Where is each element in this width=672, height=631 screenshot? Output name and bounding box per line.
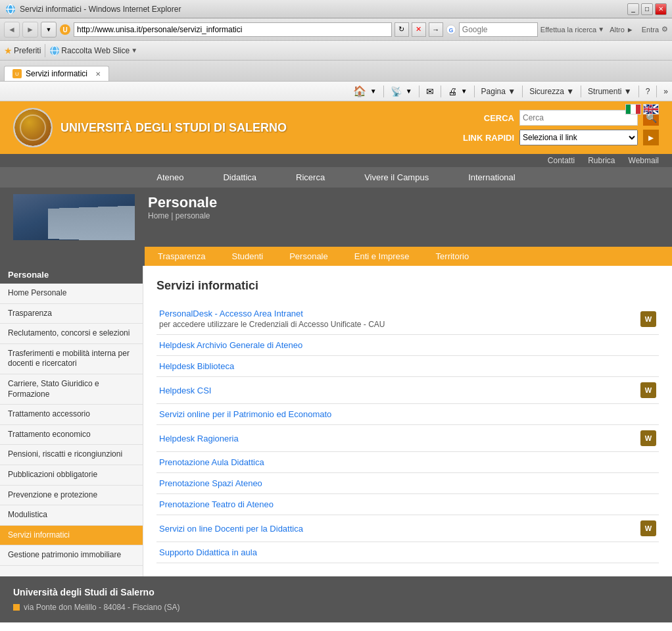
nav-vivere-campus[interactable]: Vivere il Campus [345,167,448,188]
footer-university-name: Università degli Studi di Salerno [13,587,659,597]
nav-ricerca[interactable]: Ricerca [276,167,345,188]
minimize-button[interactable]: _ [627,3,639,15]
service-link-prenotazione-aula[interactable]: Prenotazione Aula Didattica [159,457,264,467]
browser-titlebar: Servizi informatici - Windows Internet E… [0,0,672,18]
sidebar-item-trattamento-accessorio[interactable]: Trattamento accessorio [0,405,143,425]
site-wrapper: UNIVERSITÀ DEGLI STUDI DI SALERNO CERCA … [0,101,672,622]
rubrica-link[interactable]: Rubrica [588,156,615,165]
sidebar-item-gestione-patrimonio[interactable]: Gestione patrimonio immobiliare [0,545,143,566]
service-link-helpdesk-ragioneria[interactable]: Helpdesk Ragioneria [159,434,239,443]
service-link-prenotazione-teatro[interactable]: Prenotazione Teatro di Ateneo [159,499,274,509]
nav-ateneo[interactable]: Ateneo [137,167,203,188]
address-bar[interactable] [74,22,392,37]
favorites-label[interactable]: Preferiti [14,46,41,55]
service-link-helpdesk-csi[interactable]: Helpdesk CSI [159,386,211,395]
help-btn[interactable]: ? [646,87,650,96]
altro-label[interactable]: Altro ► [610,26,634,34]
subnav-personale[interactable]: Personale [276,247,341,266]
tab-close-icon[interactable]: ✕ [95,70,101,78]
section-thumbnail [13,194,135,240]
mail-icon[interactable]: ✉ [426,86,434,97]
flags-row [625,104,659,114]
site-footer: Università degli Studi di Salerno via Po… [0,576,672,622]
dropdown-button[interactable]: ▼ [41,22,57,38]
toolbar-separator [45,44,45,57]
link-rapidi-select[interactable]: Seleziona il link [519,130,638,145]
entra-label[interactable]: Entra [642,26,659,34]
site-search-input[interactable] [519,110,638,126]
italian-flag[interactable] [625,104,641,114]
forward-button[interactable]: ► [22,22,38,38]
service-link-prenotazione-spazi[interactable]: Prenotazione Spazi Ateneo [159,478,262,488]
home-dropdown[interactable]: ▼ [370,88,377,95]
webmail-link[interactable]: Webmail [629,156,659,165]
cmd-sep7 [638,86,639,97]
service-link-supporto-didattica[interactable]: Supporto Didattica in aula [159,547,257,557]
sub-navigation: Trasparenza Studenti Personale Enti e Im… [0,247,672,266]
restore-button[interactable]: □ [641,3,653,15]
service-item-content: Supporto Didattica in aula [159,547,656,557]
raccolta-dropdown[interactable]: ▼ [131,47,137,54]
more-btn[interactable]: » [663,87,668,96]
sidebar-item-pensioni[interactable]: Pensioni, riscatti e ricongiunzioni [0,445,143,465]
print-icon[interactable]: 🖨 [448,86,457,97]
university-logo [13,108,53,147]
sidebar-item-servizi-informatici[interactable]: Servizi informatici [0,526,143,546]
sidebar-item-home-personale[interactable]: Home Personale [0,284,143,304]
service-link-helpdesk-archivio[interactable]: Helpdesk Archivio Generale di Ateneo [159,340,302,350]
google-search-input[interactable] [459,22,538,37]
close-button[interactable]: ✕ [655,3,667,15]
uk-flag[interactable] [643,104,659,114]
subnav-studenti[interactable]: Studenti [219,247,277,266]
feeds-dropdown[interactable]: ▼ [406,88,412,95]
subnav-trasparenza[interactable]: Trasparenza [145,247,219,266]
link-rapidi-go-button[interactable]: ► [643,130,659,145]
wiki-badge-csi: W [640,382,656,398]
svg-text:G: G [448,27,453,34]
logo-area: UNIVERSITÀ DEGLI STUDI DI SALERNO [13,108,287,147]
svg-text:U: U [62,26,67,34]
nav-didattica[interactable]: Didattica [203,167,276,188]
breadcrumb-home-link[interactable]: Home [148,211,169,220]
sidebar-item-carriere[interactable]: Carriere, Stato Giuridico e Formazione [0,374,143,405]
command-bar: 🏠 ▼ 📡 ▼ ✉ 🖨 ▼ Pagina ▼ Sicurezza ▼ Strum… [0,82,672,101]
nav-international[interactable]: International [448,167,535,188]
strumenti-btn[interactable]: Strumenti ▼ [588,87,632,96]
service-link-personaldesk[interactable]: PersonalDesk - Accesso Area Intranet [159,309,303,318]
stop-button[interactable]: ✕ [412,22,426,37]
ie-logo-icon [5,4,16,14]
refresh-button[interactable]: ↻ [395,22,409,37]
contatti-link[interactable]: Contatti [548,156,575,165]
feeds-icon[interactable]: 📡 [391,86,402,97]
sidebar-item-trasparenza[interactable]: Trasparenza [0,304,143,324]
go-button[interactable]: → [429,22,443,37]
pagina-btn[interactable]: Pagina ▼ [481,87,516,96]
cmd-sep1 [383,86,384,97]
sidebar-item-modulistica[interactable]: Modulistica [0,505,143,526]
footer-address-text: via Ponte don Melillo - 84084 - Fisciano… [24,603,180,612]
sidebar-item-pubblicazioni[interactable]: Pubblicazioni obbligatorie [0,465,143,486]
raccolta-label[interactable]: Raccolta Web Slice [61,46,130,55]
service-link-servizi-docenti[interactable]: Servizi on line Docenti per la Didattica [159,524,303,534]
sidebar-item-prevenzione[interactable]: Prevenzione e protezione [0,486,143,506]
back-button[interactable]: ◄ [4,22,20,38]
service-item-helpdesk-csi: Helpdesk CSI W [156,377,659,404]
cmd-sep3 [441,86,441,97]
sidebar-item-trattamento-economico[interactable]: Trattamento economico [0,425,143,445]
service-sub-personaldesk: per accedere utilizzare le Credenziali d… [159,320,640,329]
settings-icon[interactable]: ⚙ [661,25,668,34]
service-item-content: Prenotazione Teatro di Ateneo [159,499,656,509]
sidebar-item-reclutamento[interactable]: Reclutamento, concorsi e selezioni [0,324,143,344]
print-dropdown[interactable]: ▼ [461,88,468,95]
service-link-helpdesk-biblioteca[interactable]: Helpdesk Biblioteca [159,361,234,371]
subnav-territorio[interactable]: Territorio [423,247,483,266]
sidebar-item-trasferimenti[interactable]: Trasferimenti e mobilità interna per doc… [0,344,143,374]
footer-address: via Ponte don Melillo - 84084 - Fisciano… [13,603,659,612]
home-icon[interactable]: 🏠 [353,85,366,97]
subnav-enti-imprese[interactable]: Enti e Imprese [341,247,423,266]
cmd-sep4 [474,86,475,97]
service-link-servizi-online-patrimonio[interactable]: Servizi online per il Patrimonio ed Econ… [159,409,331,419]
active-tab[interactable]: U Servizi informatici ✕ [4,66,109,81]
sicurezza-btn[interactable]: Sicurezza ▼ [529,87,574,96]
content-area: Personale Home Personale Trasparenza Rec… [0,266,672,576]
